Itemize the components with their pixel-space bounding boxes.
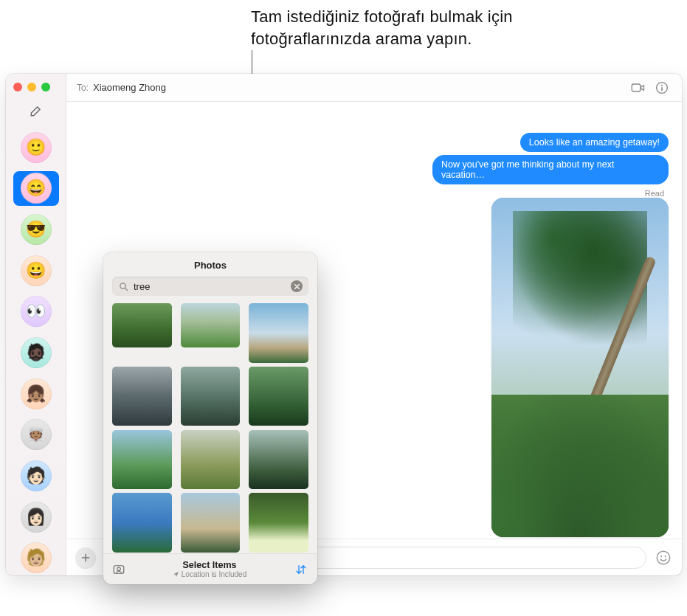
svg-rect-8 [114, 565, 124, 573]
window-controls [6, 78, 58, 99]
x-icon [294, 283, 300, 290]
avatar: 🧑🏻 [21, 460, 52, 491]
svg-rect-3 [661, 87, 663, 91]
conversation-item[interactable]: 🙂 [13, 130, 59, 165]
conversation-item[interactable]: 👀 [13, 294, 59, 330]
photo-attachment[interactable] [491, 198, 669, 537]
photos-picker-footer: Select Items Location is Included [103, 553, 317, 584]
sidebar: 🙂😄😎😀👀🧔🏿👧🏽👳🏽🧑🏻👩🏻🧑🏼 [6, 74, 66, 575]
conversation-item[interactable]: 👧🏽 [13, 376, 59, 412]
photo-thumbnail[interactable] [249, 303, 308, 363]
avatar: 😄 [21, 173, 52, 204]
photos-search-field[interactable] [112, 277, 308, 296]
conversation-item[interactable]: 🧔🏿 [13, 335, 59, 370]
info-icon [655, 81, 669, 94]
svg-point-2 [661, 84, 663, 86]
conversation-item[interactable]: 😎 [13, 212, 59, 247]
memoji-icon [112, 563, 125, 576]
apps-button[interactable] [75, 547, 96, 568]
photo-thumbnail[interactable] [181, 430, 241, 490]
close-window-button[interactable] [13, 83, 22, 91]
avatar: 👀 [21, 296, 52, 327]
photos-picker-popover: Photos Select Items Location is Included [103, 252, 317, 584]
recipient-name[interactable]: Xiaomeng Zhong [93, 82, 624, 93]
photo-thumbnail[interactable] [112, 303, 172, 347]
photo-thumbnail[interactable] [249, 493, 308, 553]
message-bubble[interactable]: Now you've got me thinking about my next… [432, 155, 669, 184]
svg-rect-0 [632, 84, 641, 91]
photo-thumbnail[interactable] [181, 367, 241, 426]
conversation-item[interactable]: 🧑🏻 [13, 458, 59, 494]
location-arrow-icon [173, 571, 179, 578]
photo-thumbnail[interactable] [112, 493, 172, 553]
avatar: 🙂 [21, 132, 52, 163]
photos-search-input[interactable] [134, 281, 291, 292]
smiley-icon [655, 550, 672, 566]
conversation-item[interactable]: 😄 [13, 171, 59, 207]
photos-grid[interactable] [103, 303, 317, 553]
avatar: 👩🏻 [21, 502, 52, 533]
conversation-item[interactable]: 👳🏽 [13, 417, 59, 452]
read-receipt: Read [645, 189, 669, 198]
details-button[interactable] [652, 81, 672, 94]
conversation-header: To: Xiaomeng Zhong [66, 74, 682, 102]
search-icon [118, 281, 129, 292]
compose-icon [29, 103, 44, 118]
search-wrap [103, 277, 317, 303]
svg-point-9 [117, 567, 121, 571]
video-camera-icon [631, 81, 646, 94]
minimize-window-button[interactable] [27, 83, 36, 91]
callout-text: Tam istediğiniz fotoğrafı bulmak için fo… [251, 6, 568, 49]
avatar: 👳🏽 [21, 419, 52, 450]
conversation-item[interactable]: 👩🏻 [13, 499, 59, 535]
conversation-item[interactable]: 😀 [13, 253, 59, 288]
sort-button[interactable] [294, 563, 308, 576]
message-bubble[interactable]: Looks like an amazing getaway! [520, 133, 669, 152]
memoji-stickers-button[interactable] [112, 563, 125, 576]
photos-picker-title: Photos [103, 252, 317, 277]
avatar: 😎 [21, 214, 52, 245]
facetime-video-button[interactable] [629, 81, 648, 94]
sort-arrows-icon [294, 563, 308, 576]
compose-button[interactable] [13, 99, 59, 130]
conversation-item[interactable]: 🧑🏼 [13, 540, 59, 575]
svg-point-5 [660, 556, 662, 557]
avatar: 🧑🏼 [21, 542, 52, 573]
svg-point-4 [657, 551, 669, 564]
avatar: 😀 [21, 255, 52, 286]
svg-point-6 [665, 556, 666, 557]
photo-thumbnail[interactable] [181, 493, 241, 553]
footer-select-items[interactable]: Select Items [133, 560, 286, 570]
photo-thumbnail[interactable] [249, 430, 308, 490]
avatar: 🧔🏿 [21, 337, 52, 368]
plus-icon [80, 552, 92, 564]
clear-search-button[interactable] [291, 280, 303, 292]
conversation-list[interactable]: 🙂😄😎😀👀🧔🏿👧🏽👳🏽🧑🏻👩🏻🧑🏼 [6, 130, 66, 575]
photo-thumbnail[interactable] [181, 303, 241, 347]
emoji-picker-button[interactable] [654, 548, 673, 567]
footer-location-note: Location is Included [133, 570, 286, 578]
sent-messages: Looks like an amazing getaway! Now you'v… [432, 133, 669, 198]
photo-thumbnail[interactable] [249, 367, 308, 426]
photo-thumbnail[interactable] [112, 367, 172, 426]
to-label: To: [77, 83, 89, 93]
avatar: 👧🏽 [21, 378, 52, 409]
zoom-window-button[interactable] [41, 83, 50, 91]
photo-thumbnail[interactable] [112, 430, 172, 490]
